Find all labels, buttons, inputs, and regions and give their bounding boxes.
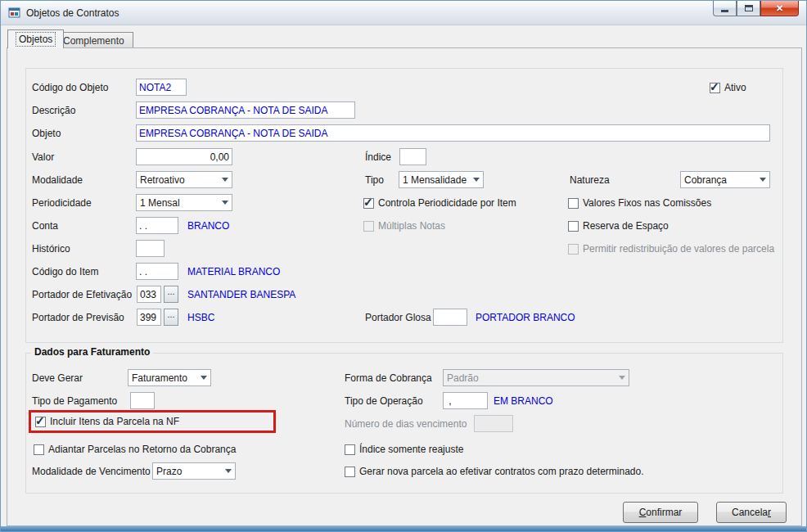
portador-previsao-hint: HSBC (187, 309, 214, 326)
indice-reajuste-checkbox-box (345, 444, 355, 455)
descricao-input[interactable] (136, 101, 355, 119)
multiplas-notas-label: Múltiplas Notas (378, 220, 445, 232)
tipo-value: 1 Mensalidade (399, 174, 470, 186)
incluir-itens-checkbox-box (35, 417, 46, 427)
tab-complemento[interactable]: Complemento (54, 32, 133, 48)
deve-gerar-label: Deve Gerar (32, 370, 83, 386)
valores-fixos-label: Valores Fixos nas Comissões (583, 197, 711, 209)
permitir-redistribuicao-checkbox: Permitir redistribuição de valores de pa… (568, 241, 774, 257)
tipo-operacao-input[interactable] (443, 392, 488, 409)
codigo-item-hint: MATERIAL BRANCO (187, 264, 280, 280)
faturamento-title: Dados para Faturamento (31, 346, 153, 358)
maximize-icon (745, 5, 753, 11)
forma-cobranca-select: Padrão (443, 369, 629, 386)
app-icon (8, 7, 21, 20)
deve-gerar-select[interactable]: Faturamento (128, 369, 211, 386)
codigo-objeto-input[interactable] (136, 79, 187, 96)
natureza-label: Natureza (570, 172, 610, 188)
title-bar[interactable]: Objetos de Contratos ✕ (1, 1, 806, 25)
valores-fixos-checkbox[interactable]: Valores Fixos nas Comissões (568, 195, 711, 211)
multiplas-notas-checkbox: Múltiplas Notas (363, 218, 445, 234)
permitir-redistribuicao-label: Permitir redistribuição de valores de pa… (583, 243, 774, 255)
tipo-select[interactable]: 1 Mensalidade (399, 171, 484, 188)
chevron-down-icon (219, 195, 232, 210)
objeto-label: Objeto (32, 125, 61, 142)
tipo-pagamento-label: Tipo de Pagamento (32, 393, 117, 409)
minimize-button[interactable] (713, 1, 737, 16)
ativo-label: Ativo (724, 82, 746, 93)
modalidade-select[interactable]: Retroativo (136, 171, 232, 188)
modalidade-vencimento-select[interactable]: Prazo (152, 462, 236, 480)
close-icon: ✕ (776, 2, 783, 16)
codigo-objeto-label: Código do Objeto (32, 79, 108, 96)
ativo-checkbox[interactable]: Ativo (710, 79, 746, 96)
periodicidade-value: 1 Mensal (137, 197, 219, 209)
gerar-nova-parcela-checkbox[interactable]: Gerar nova parcela ao efetivar contratos… (345, 463, 644, 480)
controla-periodicidade-checkbox[interactable]: Controla Periodicidade por Item (363, 195, 516, 211)
tipo-pagamento-input[interactable] (130, 392, 155, 409)
numero-dias-input (474, 415, 513, 432)
controla-periodicidade-checkbox-box (363, 198, 374, 209)
controla-periodicidade-label: Controla Periodicidade por Item (378, 197, 516, 209)
window-bottom-border (1, 526, 806, 531)
natureza-select[interactable]: Cobrança (680, 171, 770, 188)
portador-glosa-hint: PORTADOR BRANCO (476, 309, 575, 326)
historico-label: Histórico (32, 241, 70, 257)
valor-input[interactable] (136, 148, 232, 165)
deve-gerar-value: Faturamento (128, 372, 197, 384)
modalidade-value: Retroativo (137, 174, 219, 186)
modalidade-vencimento-value: Prazo (153, 466, 222, 477)
codigo-item-label: Código do Item (32, 264, 98, 280)
conta-hint: BRANCO (187, 218, 229, 234)
tab-complemento-label: Complemento (63, 35, 124, 47)
maximize-button[interactable] (737, 1, 760, 16)
chevron-down-icon (470, 172, 483, 187)
numero-dias-label: Número de dias vencimento (345, 416, 467, 432)
codigo-item-input[interactable] (136, 263, 178, 280)
indice-reajuste-checkbox[interactable]: Índice somente reajuste (345, 441, 463, 458)
tipo-label: Tipo (365, 172, 384, 188)
gerar-nova-parcela-label: Gerar nova parcela ao efetivar contratos… (359, 466, 644, 477)
gerar-nova-parcela-checkbox-box (345, 467, 355, 477)
modalidade-vencimento-label: Modalidade de Vencimento (32, 463, 151, 480)
caption-buttons: ✕ (713, 1, 799, 16)
cancelar-label-key: r (768, 507, 771, 518)
periodicidade-select[interactable]: 1 Mensal (136, 194, 232, 211)
forma-cobranca-value: Padrão (444, 372, 615, 384)
multiplas-notas-checkbox-box (363, 221, 374, 232)
reserva-espaco-checkbox[interactable]: Reserva de Espaço (568, 218, 669, 234)
adiantar-parcelas-checkbox[interactable]: Adiantar Parcelas no Retorno da Cobrança (34, 441, 236, 458)
portador-glosa-input[interactable] (433, 309, 467, 326)
conta-label: Conta (32, 218, 58, 234)
natureza-value: Cobrança (681, 174, 756, 186)
tab-objetos[interactable]: Objetos (7, 29, 64, 48)
close-button[interactable]: ✕ (760, 1, 799, 16)
indice-input[interactable] (399, 148, 426, 165)
portador-previsao-browse-button[interactable]: ... (164, 309, 178, 326)
cancelar-button[interactable]: Cancelar (716, 502, 787, 523)
portador-previsao-input[interactable] (137, 309, 161, 326)
portador-efetivacao-hint: SANTANDER BANESPA (187, 286, 295, 303)
permitir-redistribuicao-checkbox-box (568, 244, 579, 255)
chevron-down-icon (756, 172, 769, 187)
window-title: Objetos de Contratos (26, 7, 119, 19)
portador-efetivacao-input[interactable] (137, 286, 161, 303)
historico-input[interactable] (136, 240, 165, 257)
objeto-input[interactable] (136, 124, 770, 142)
ativo-checkbox-box (710, 83, 720, 93)
confirmar-button[interactable]: Confirmar (623, 502, 698, 523)
conta-input[interactable] (136, 217, 178, 234)
tab-objetos-label: Objetos (16, 33, 55, 46)
reserva-espaco-checkbox-box (568, 221, 579, 232)
forma-cobranca-label: Forma de Cobrança (345, 370, 432, 386)
modalidade-label: Modalidade (32, 172, 83, 188)
incluir-itens-checkbox[interactable]: Incluir Itens da Parcela na NF (35, 413, 179, 430)
indice-reajuste-label: Índice somente reajuste (359, 444, 463, 455)
portador-glosa-label: Portador Glosa (365, 309, 431, 326)
valor-label: Valor (32, 149, 54, 165)
adiantar-parcelas-checkbox-box (34, 444, 44, 455)
portador-efetivacao-browse-button[interactable]: ... (164, 286, 178, 303)
chevron-down-icon (219, 172, 232, 187)
cancelar-label-pre: Cancela (732, 507, 768, 518)
incluir-itens-label: Incluir Itens da Parcela na NF (50, 416, 179, 427)
